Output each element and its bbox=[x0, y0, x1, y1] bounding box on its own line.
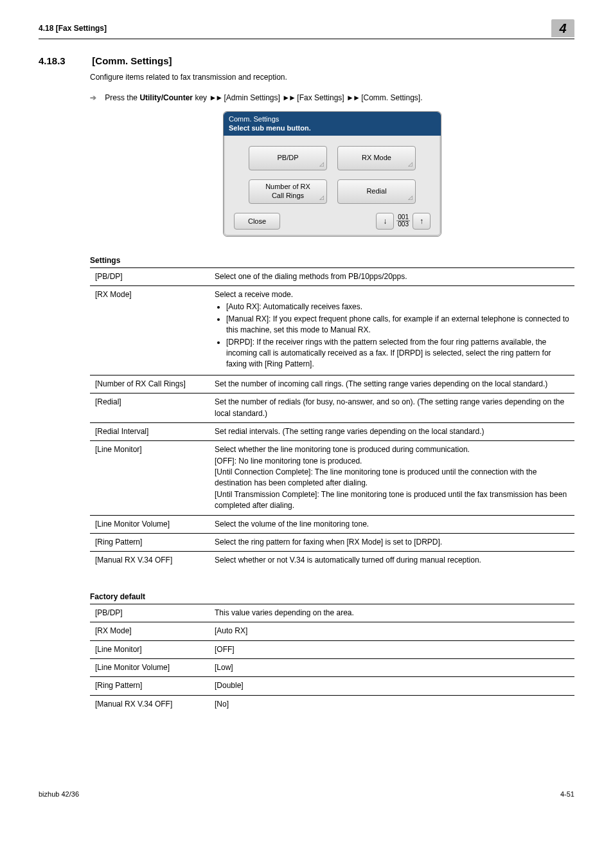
navigation-path: ➔ Press the Utility/Counter key ►► [Admi… bbox=[90, 93, 574, 102]
pager: ↓ 001 003 ↑ bbox=[376, 213, 431, 230]
settings-table-title: Settings bbox=[90, 256, 574, 265]
table-row: [Manual RX V.34 OFF]Select whether or no… bbox=[90, 552, 574, 570]
submenu-icon: ◿ bbox=[408, 194, 413, 201]
table-row: [RX Mode][Auto RX] bbox=[90, 622, 574, 640]
default-key: [PB/DP] bbox=[90, 604, 209, 622]
default-key: [Ring Pattern] bbox=[90, 677, 209, 695]
setting-key: [Number of RX Call Rings] bbox=[90, 375, 209, 393]
setting-value: Select the ring pattern for faxing when … bbox=[209, 534, 574, 552]
page-header: 4.18 [Fax Settings] 4 bbox=[39, 19, 574, 39]
table-row: [PB/DP]This value varies depending on th… bbox=[90, 604, 574, 622]
table-row: [Line Monitor]Select whether the line mo… bbox=[90, 441, 574, 515]
default-value: [Auto RX] bbox=[209, 622, 574, 640]
page-footer: bizhub 42/36 4-51 bbox=[39, 790, 574, 798]
submenu-icon: ◿ bbox=[408, 161, 413, 168]
table-row: [Line Monitor][OFF] bbox=[90, 640, 574, 658]
chapter-badge: 4 bbox=[551, 19, 574, 37]
rx-call-rings-button[interactable]: Number of RX Call Rings◿ bbox=[249, 179, 327, 204]
table-row: [Number of RX Call Rings]Set the number … bbox=[90, 375, 574, 393]
setting-key: [Line Monitor Volume] bbox=[90, 515, 209, 533]
setting-key: [Line Monitor] bbox=[90, 441, 209, 515]
section-heading: 4.18.3 [Comm. Settings] bbox=[39, 55, 574, 66]
page-counter: 001 003 bbox=[396, 214, 410, 228]
defaults-table: [PB/DP]This value varies depending on th… bbox=[90, 604, 574, 713]
rx-mode-button[interactable]: RX Mode◿ bbox=[337, 146, 416, 170]
setting-value: Select one of the dialing methods from P… bbox=[209, 267, 574, 285]
setting-value: Set redial intervals. (The setting range… bbox=[209, 422, 574, 440]
table-row: [Redial Interval]Set redial intervals. (… bbox=[90, 422, 574, 440]
table-row: [Manual RX V.34 OFF][No] bbox=[90, 695, 574, 713]
setting-value: Select a receive mode.[Auto RX]: Automat… bbox=[209, 285, 574, 375]
screenshot-title: Comm. Settings Select sub menu button. bbox=[224, 112, 441, 136]
redial-button[interactable]: Redial◿ bbox=[337, 179, 416, 204]
settings-table: [PB/DP]Select one of the dialing methods… bbox=[90, 267, 574, 570]
header-left: 4.18 [Fax Settings] bbox=[39, 24, 107, 33]
default-value: [No] bbox=[209, 695, 574, 713]
default-key: [Line Monitor Volume] bbox=[90, 658, 209, 676]
setting-value: Set the number of redials (for busy, no-… bbox=[209, 393, 574, 423]
pb-dp-button[interactable]: PB/DP◿ bbox=[249, 146, 327, 170]
setting-value: Select whether or not V.34 is automatica… bbox=[209, 552, 574, 570]
table-row: [Line Monitor Volume][Low] bbox=[90, 658, 574, 676]
default-key: [RX Mode] bbox=[90, 622, 209, 640]
page-up-button[interactable]: ↑ bbox=[413, 213, 431, 230]
default-value: This value varies depending on the area. bbox=[209, 604, 574, 622]
table-row: [Redial]Set the number of redials (for b… bbox=[90, 393, 574, 423]
section-number: 4.18.3 bbox=[39, 55, 90, 66]
setting-value: Select whether the line monitoring tone … bbox=[209, 441, 574, 515]
table-row: [Ring Pattern][Double] bbox=[90, 677, 574, 695]
footer-left: bizhub 42/36 bbox=[39, 790, 79, 798]
default-key: [Line Monitor] bbox=[90, 640, 209, 658]
setting-key: [Redial] bbox=[90, 393, 209, 423]
table-row: [Line Monitor Volume]Select the volume o… bbox=[90, 515, 574, 533]
table-row: [PB/DP]Select one of the dialing methods… bbox=[90, 267, 574, 285]
close-button[interactable]: Close bbox=[234, 213, 280, 230]
page-down-button[interactable]: ↓ bbox=[376, 213, 394, 230]
setting-key: [Redial Interval] bbox=[90, 422, 209, 440]
default-value: [Double] bbox=[209, 677, 574, 695]
intro-text: Configure items related to fax transmiss… bbox=[90, 73, 574, 82]
setting-value: Select the volume of the line monitoring… bbox=[209, 515, 574, 533]
default-value: [Low] bbox=[209, 658, 574, 676]
defaults-table-title: Factory default bbox=[90, 592, 574, 601]
setting-key: [RX Mode] bbox=[90, 285, 209, 375]
setting-value: Set the number of incoming call rings. (… bbox=[209, 375, 574, 393]
submenu-icon: ◿ bbox=[319, 194, 324, 201]
submenu-icon: ◿ bbox=[319, 161, 324, 168]
section-title: [Comm. Settings] bbox=[92, 55, 172, 66]
table-row: [Ring Pattern]Select the ring pattern fo… bbox=[90, 534, 574, 552]
footer-right: 4-51 bbox=[560, 790, 574, 798]
default-value: [OFF] bbox=[209, 640, 574, 658]
table-row: [RX Mode]Select a receive mode.[Auto RX]… bbox=[90, 285, 574, 375]
setting-key: [PB/DP] bbox=[90, 267, 209, 285]
default-key: [Manual RX V.34 OFF] bbox=[90, 695, 209, 713]
arrow-icon: ➔ bbox=[90, 93, 96, 102]
setting-key: [Manual RX V.34 OFF] bbox=[90, 552, 209, 570]
setting-key: [Ring Pattern] bbox=[90, 534, 209, 552]
device-screenshot: Comm. Settings Select sub menu button. P… bbox=[223, 111, 441, 237]
